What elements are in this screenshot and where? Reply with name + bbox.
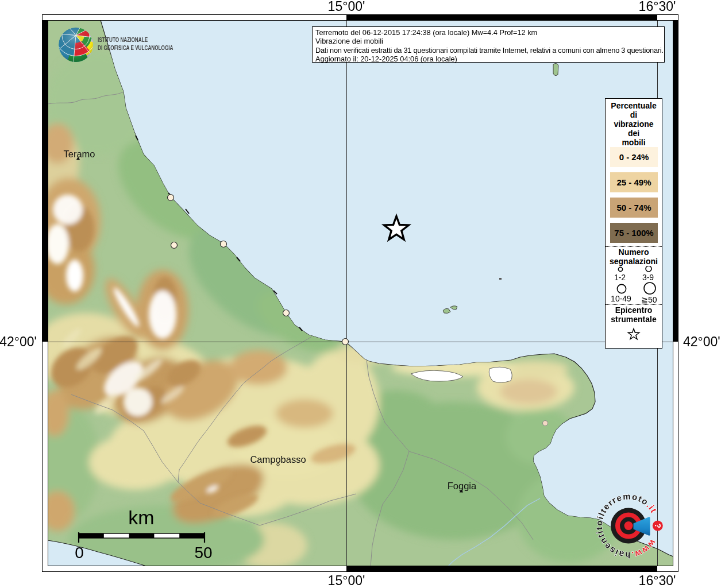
svg-text:15°00': 15°00' [328,0,365,14]
svg-text:16°30': 16°30' [639,573,676,588]
svg-text:Teramo: Teramo [63,149,95,159]
svg-text:16°30': 16°30' [639,0,676,14]
svg-text:km: km [128,506,154,528]
svg-text:50: 50 [194,544,212,562]
svg-text:42°00': 42°00' [683,334,720,349]
svg-text:ISTITUTO NAZIONALE: ISTITUTO NAZIONALE [98,36,148,43]
svg-text:?: ? [653,523,662,528]
svg-text:Campobasso: Campobasso [250,454,306,465]
svg-text:Foggia: Foggia [448,481,477,491]
svg-text:15°00': 15°00' [328,573,365,588]
svg-text:0: 0 [75,544,84,562]
svg-text:DI GEOFISICA E VULCANOLOGIA: DI GEOFISICA E VULCANOLOGIA [98,44,173,51]
svg-text:42°00': 42°00' [0,334,37,349]
